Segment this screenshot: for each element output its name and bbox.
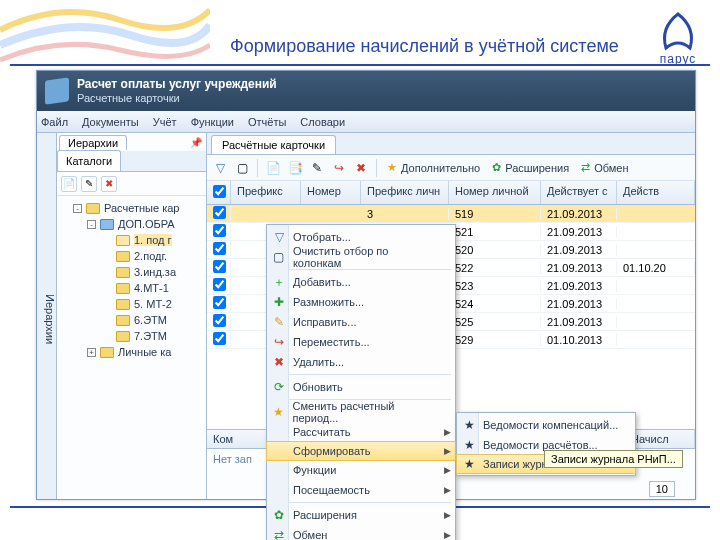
menu-item[interactable]: Сформировать▶	[266, 441, 456, 461]
edit-icon[interactable]: ✎	[308, 159, 326, 177]
left-toolbar: 📄 ✎ ✖	[57, 172, 206, 196]
row-checkbox[interactable]	[213, 242, 226, 255]
menu-item[interactable]: ▽Отобрать...	[267, 227, 455, 247]
menu-documents[interactable]: Документы	[82, 116, 139, 128]
menu-item[interactable]: Функции▶	[267, 460, 455, 480]
edit-icon[interactable]: ✎	[81, 176, 97, 192]
menu-item[interactable]: ＋Добавить...	[267, 272, 455, 292]
col-pnumber[interactable]: Номер личной	[449, 181, 541, 204]
menu-item[interactable]: ✿Расширения▶	[267, 505, 455, 525]
col-prefix[interactable]: Префикс	[231, 181, 301, 204]
menu-item[interactable]: ★Ведомости компенсаций...	[457, 415, 635, 435]
col-from[interactable]: Действует с	[541, 181, 617, 204]
grid-header: Префикс Номер Префикс личн Номер личной …	[207, 181, 695, 205]
new-icon[interactable]: 📄	[264, 159, 282, 177]
new-doc-icon[interactable]: 📄	[61, 176, 77, 192]
window-subtitle: Расчетные карточки	[77, 92, 277, 105]
menu-file[interactable]: Файл	[41, 116, 68, 128]
delete-icon[interactable]: ✖	[101, 176, 117, 192]
col-number[interactable]: Номер	[301, 181, 361, 204]
catalog-tree: -Расчетные кар-ДОП.ОБРА1. под г2.подг.3.…	[57, 196, 206, 364]
menubar: Файл Документы Учёт Функции Отчёты Слова…	[37, 111, 695, 133]
menu-item[interactable]: ★Сменить расчетный период...	[267, 402, 455, 422]
pin-icon[interactable]: 📌	[190, 137, 202, 148]
tab-cards[interactable]: Расчётные карточки	[211, 135, 336, 154]
page-title: Формирование начислений в учётной систем…	[230, 36, 619, 57]
row-checkbox[interactable]	[213, 314, 226, 327]
row-checkbox[interactable]	[213, 332, 226, 345]
side-tab[interactable]: Иерархии	[37, 133, 57, 499]
menu-item[interactable]: Посещаемость▶	[267, 480, 455, 500]
main-toolbar: ▽ ▢ 📄 📑 ✎ ↪ ✖ ★Дополнительно ✿Расширения…	[207, 155, 695, 181]
row-checkbox[interactable]	[213, 296, 226, 309]
ext-button[interactable]: ✿Расширения	[488, 161, 573, 174]
tree-item[interactable]: 2.подг.	[57, 248, 206, 264]
table-row[interactable]: 351921.09.2013	[207, 205, 695, 223]
menu-item[interactable]: Рассчитать▶	[267, 422, 455, 442]
tree-item[interactable]: +Личные ка	[57, 344, 206, 360]
clear-filter-icon[interactable]: ▢	[233, 159, 251, 177]
exch-button[interactable]: ⇄Обмен	[577, 161, 632, 174]
filter-icon[interactable]: ▽	[211, 159, 229, 177]
app-icon	[45, 77, 69, 104]
window-title: Расчет оплаты услуг учреждений	[77, 77, 277, 91]
tree-item[interactable]: -ДОП.ОБРА	[57, 216, 206, 232]
delete-icon[interactable]: ✖	[352, 159, 370, 177]
tree-item[interactable]: 5. МТ-2	[57, 296, 206, 312]
menu-item[interactable]: ✚Размножить...	[267, 292, 455, 312]
page-size[interactable]: 10	[649, 481, 675, 497]
tree-item[interactable]: 6.ЭТМ	[57, 312, 206, 328]
menu-item[interactable]: ✖Удалить...	[267, 352, 455, 372]
select-all-checkbox[interactable]	[213, 185, 226, 198]
copy-icon[interactable]: 📑	[286, 159, 304, 177]
left-section-title: Иерархии	[59, 135, 127, 150]
tree-item[interactable]: 4.МТ-1	[57, 280, 206, 296]
menu-reports[interactable]: Отчёты	[248, 116, 286, 128]
row-checkbox[interactable]	[213, 206, 226, 219]
row-checkbox[interactable]	[213, 224, 226, 237]
tree-item[interactable]: -Расчетные кар	[57, 200, 206, 216]
menu-item[interactable]: ▢Очистить отбор по колонкам	[267, 247, 455, 267]
context-menu: ▽Отобрать...▢Очистить отбор по колонкам＋…	[266, 224, 456, 540]
menu-item[interactable]: ⟳Обновить	[267, 377, 455, 397]
pager: 10	[649, 481, 675, 497]
brand-logo: парус	[656, 8, 700, 66]
menu-item[interactable]: ⇄Обмен▶	[267, 525, 455, 540]
col-to[interactable]: Действ	[617, 181, 695, 204]
menu-item[interactable]: ✎Исправить...	[267, 312, 455, 332]
divider	[10, 64, 710, 66]
menu-dicts[interactable]: Словари	[300, 116, 345, 128]
bcol-1: Ком	[207, 430, 267, 448]
tab-catalogs[interactable]: Каталоги	[57, 150, 121, 171]
menu-functions[interactable]: Функции	[191, 116, 234, 128]
titlebar: Расчет оплаты услуг учреждений Расчетные…	[37, 71, 695, 111]
tree-item[interactable]: 7.ЭТМ	[57, 328, 206, 344]
move-icon[interactable]: ↪	[330, 159, 348, 177]
tree-item[interactable]: 3.инд.за	[57, 264, 206, 280]
more-button[interactable]: ★Дополнительно	[383, 161, 484, 174]
tree-item[interactable]: 1. под г	[57, 232, 206, 248]
menu-item[interactable]: ↪Переместить...	[267, 332, 455, 352]
row-checkbox[interactable]	[213, 278, 226, 291]
left-panel: Иерархии 📌 Каталоги 📄 ✎ ✖ -Расчетные кар…	[57, 133, 207, 499]
row-checkbox[interactable]	[213, 260, 226, 273]
tooltip: Записи журнала РНиП...	[544, 450, 683, 468]
col-pprefix[interactable]: Префикс личн	[361, 181, 449, 204]
menu-account[interactable]: Учёт	[153, 116, 177, 128]
